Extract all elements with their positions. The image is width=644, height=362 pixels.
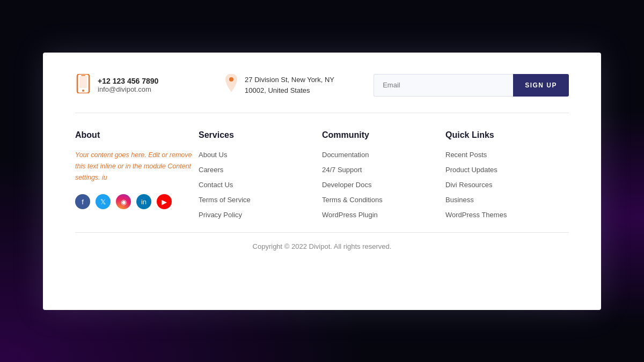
services-link-contact[interactable]: Contact Us — [199, 181, 233, 189]
phone-block: +12 123 456 7890 info@divipot.com — [75, 74, 224, 96]
address-block: 27 Division St, New York, NY 10002, Unit… — [224, 74, 374, 96]
svg-rect-1 — [79, 76, 87, 88]
community-column: Community Documentation 24/7 Support Dev… — [322, 130, 445, 219]
top-bar: +12 123 456 7890 info@divipot.com 27 Div… — [75, 74, 569, 113]
quicklinks-link-recent[interactable]: Recent Posts — [445, 151, 487, 159]
list-item: Recent Posts — [445, 150, 569, 159]
community-links: Documentation 24/7 Support Developer Doc… — [322, 150, 445, 219]
footer-card: +12 123 456 7890 info@divipot.com 27 Div… — [43, 53, 601, 310]
quicklinks-link-updates[interactable]: Product Updates — [445, 166, 497, 174]
quicklinks-title: Quick Links — [445, 130, 569, 140]
quicklinks-link-wpthemes[interactable]: WordPress Themes — [445, 211, 507, 219]
copyright-bar: Copyright © 2022 Divipot. All rights res… — [75, 232, 569, 251]
about-title: About — [75, 130, 199, 140]
quicklinks-column: Quick Links Recent Posts Product Updates… — [445, 130, 569, 219]
list-item: Documentation — [322, 150, 445, 159]
social-icons: f 𝕏 ◉ in ▶ — [75, 194, 199, 209]
contact-text: +12 123 456 7890 info@divipot.com — [98, 77, 158, 93]
list-item: Developer Docs — [322, 180, 445, 189]
services-column: Services About Us Careers Contact Us Ter… — [199, 130, 322, 219]
page-background: +12 123 456 7890 info@divipot.com 27 Div… — [0, 0, 644, 362]
quicklinks-link-business[interactable]: Business — [445, 196, 474, 204]
svg-rect-3 — [81, 75, 85, 76]
location-icon — [224, 74, 238, 96]
instagram-icon[interactable]: ◉ — [116, 194, 131, 209]
list-item: 24/7 Support — [322, 165, 445, 174]
quicklinks-link-divi[interactable]: Divi Resources — [445, 181, 492, 189]
list-item: WordPress Themes — [445, 210, 569, 219]
list-item: Terms & Conditions — [322, 195, 445, 204]
address-line1: 27 Division St, New York, NY — [245, 75, 334, 85]
email-address: info@divipot.com — [98, 85, 158, 93]
linkedin-icon[interactable]: in — [136, 194, 151, 209]
address-line2: 10002, United States — [245, 85, 334, 96]
footer-columns: About Your content goes here. Edit or re… — [75, 113, 569, 232]
address-text: 27 Division St, New York, NY 10002, Unit… — [245, 75, 334, 95]
list-item: WordPress Plugin — [322, 210, 445, 219]
list-item: Product Updates — [445, 165, 569, 174]
community-link-devdocs[interactable]: Developer Docs — [322, 181, 372, 189]
youtube-icon[interactable]: ▶ — [157, 194, 172, 209]
community-title: Community — [322, 130, 445, 140]
email-input[interactable] — [374, 74, 513, 97]
services-link-careers[interactable]: Careers — [199, 166, 223, 174]
services-link-about[interactable]: About Us — [199, 151, 227, 159]
list-item: Business — [445, 195, 569, 204]
services-link-tos[interactable]: Terms of Service — [199, 196, 251, 204]
signup-block: SIGN UP — [374, 74, 569, 97]
community-link-docs[interactable]: Documentation — [322, 151, 369, 159]
about-column: About Your content goes here. Edit or re… — [75, 130, 199, 219]
list-item: Privacy Policy — [199, 210, 322, 219]
list-item: Careers — [199, 165, 322, 174]
list-item: About Us — [199, 150, 322, 159]
list-item: Terms of Service — [199, 195, 322, 204]
facebook-icon[interactable]: f — [75, 194, 90, 209]
svg-point-2 — [82, 90, 84, 92]
list-item: Contact Us — [199, 180, 322, 189]
services-links: About Us Careers Contact Us Terms of Ser… — [199, 150, 322, 219]
about-description: Your content goes here. Edit or remove t… — [75, 150, 199, 184]
svg-point-4 — [229, 77, 233, 82]
community-link-wpplugin[interactable]: WordPress Plugin — [322, 211, 378, 219]
twitter-icon[interactable]: 𝕏 — [96, 194, 111, 209]
copyright-text: Copyright © 2022 Divipot. All rights res… — [253, 242, 392, 250]
list-item: Divi Resources — [445, 180, 569, 189]
phone-number: +12 123 456 7890 — [98, 77, 158, 85]
community-link-support[interactable]: 24/7 Support — [322, 166, 362, 174]
services-link-privacy[interactable]: Privacy Policy — [199, 211, 242, 219]
quicklinks-links: Recent Posts Product Updates Divi Resour… — [445, 150, 569, 219]
signup-button[interactable]: SIGN UP — [513, 74, 569, 97]
services-title: Services — [199, 130, 322, 140]
phone-icon — [75, 74, 91, 96]
community-link-terms[interactable]: Terms & Conditions — [322, 196, 383, 204]
